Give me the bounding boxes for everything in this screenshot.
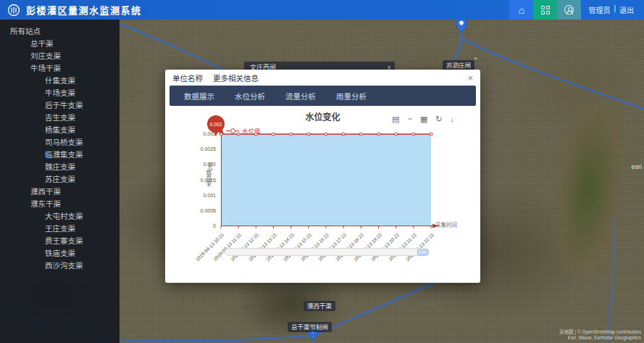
sidebar-item[interactable]: 后于牛支渠: [0, 99, 120, 112]
sidebar-item[interactable]: 苏庄支渠: [0, 173, 120, 186]
sidebar-item[interactable]: 总干渠: [0, 38, 120, 50]
sidebar-item[interactable]: 刘庄支渠: [0, 50, 120, 62]
modal-header: 单位名称 更多相关信息 ×: [165, 70, 480, 86]
sidebar-item[interactable]: 魏庄支渠: [0, 161, 120, 173]
legend-marker-icon: [226, 128, 239, 133]
sidebar-item[interactable]: 杨集支渠: [0, 124, 120, 136]
sidebar-item[interactable]: 铁庙支渠: [0, 247, 120, 260]
station-detail-modal: 单位名称 更多相关信息 × 数据展示水位分析流量分析雨量分析 水位变化 ▤~▦↻…: [165, 70, 480, 283]
grid-icon: [541, 6, 550, 15]
app-logo-icon: [7, 4, 20, 17]
y-axis-name: 水位值(m): [206, 162, 214, 187]
water-level-chart: [221, 134, 431, 226]
map-pin[interactable]: [456, 20, 467, 33]
user-button[interactable]: [557, 0, 581, 20]
modal-tabbar: 数据展示水位分析流量分析雨量分析: [170, 86, 476, 106]
app-header: 彭楼灌区量测水监测系统 ⌂ 管理员 | 退出: [0, 0, 644, 20]
sidebar-item[interactable]: 西沙沟支渠: [0, 260, 120, 272]
tab-1[interactable]: 水位分析: [235, 91, 265, 102]
user-menu: 管理员 | 退出: [588, 4, 634, 15]
sidebar-item[interactable]: 大屯村支渠: [0, 210, 120, 223]
esri-logo: esri: [631, 163, 642, 170]
x-axis-name: 采集时间: [435, 220, 457, 228]
bar-chart-icon[interactable]: ▦: [420, 115, 427, 124]
restore-icon[interactable]: ↻: [435, 115, 442, 124]
station-name-link[interactable]: 单位名称: [172, 73, 203, 83]
river-area: [548, 100, 630, 281]
sidebar-item[interactable]: 濮西干渠: [0, 186, 120, 198]
y-tick-label: 0.001: [203, 193, 216, 198]
y-tick-label: 0.0005: [201, 208, 216, 213]
header-actions: ⌂ 管理员 | 退出: [509, 0, 644, 20]
separator: |: [614, 4, 616, 15]
map-popup-title: 苏泗庄闸: [446, 62, 471, 69]
tab-3[interactable]: 雨量分析: [336, 91, 367, 102]
slider-handle[interactable]: [417, 249, 428, 255]
sidebar-item[interactable]: 牛场支渠: [0, 87, 120, 99]
apps-button[interactable]: [533, 0, 557, 20]
save-image-icon[interactable]: ↓: [451, 115, 455, 124]
tab-0[interactable]: 数据展示: [184, 91, 214, 102]
chart-toolbox: ▤~▦↻↓: [392, 115, 454, 124]
sidebar-item[interactable]: 临濮集支渠: [0, 149, 120, 161]
logout-link[interactable]: 退出: [619, 4, 634, 15]
home-button[interactable]: ⌂: [509, 0, 533, 20]
map-label-canal[interactable]: 濮西干渠: [304, 301, 335, 311]
close-icon[interactable]: ×: [467, 73, 473, 83]
more-info-link[interactable]: 更多相关信息: [213, 73, 259, 83]
line-chart-icon[interactable]: ~: [407, 115, 411, 124]
app-root: 彭楼灌区量测水监测系统 ⌂ 管理员 | 退出: [0, 0, 644, 343]
sidebar-item[interactable]: 什集支渠: [0, 75, 120, 87]
sidebar-item[interactable]: 司马桥支渠: [0, 136, 120, 149]
attribution-line: Esri, Maxar, Earthstar Geographics: [559, 335, 641, 341]
data-zoom-slider[interactable]: [225, 248, 430, 256]
map-label-gate[interactable]: 总干渠节制闸: [288, 322, 332, 332]
attribution-line: 天地图 | © OpenStreetMap contributors: [559, 329, 641, 335]
user-icon: [564, 5, 574, 15]
y-tick-label: 0.0025: [201, 146, 216, 152]
chart-area: 水位变化 ▤~▦↻↓ 水位值 0.003 00.00050.0010.00150…: [165, 106, 480, 283]
sidebar-item[interactable]: 王庄支渠: [0, 223, 120, 235]
tab-2[interactable]: 流量分析: [285, 91, 316, 102]
data-view-icon[interactable]: ▤: [392, 115, 399, 124]
close-icon[interactable]: ×: [474, 53, 477, 64]
sidebar-item[interactable]: 牛场干渠: [0, 62, 120, 75]
map-attribution: 天地图 | © OpenStreetMap contributors Esri,…: [559, 329, 641, 341]
sidebar-item[interactable]: 吉生支渠: [0, 112, 120, 124]
sidebar-item[interactable]: 所有站点: [0, 25, 120, 38]
page-title: 彭楼灌区量测水监测系统: [26, 3, 142, 17]
sidebar-menu: 所有站点总干渠刘庄支渠牛场干渠什集支渠牛场支渠后于牛支渠吉生支渠杨集支渠司马桥支…: [0, 25, 120, 272]
sidebar-item[interactable]: 濮东干渠: [0, 198, 120, 210]
y-tick-label: 0: [213, 223, 216, 228]
max-point-marker: 0.003: [207, 115, 225, 133]
sidebar-item[interactable]: 费王寨支渠: [0, 235, 120, 247]
user-name[interactable]: 管理员: [588, 4, 610, 15]
home-icon: ⌂: [519, 4, 524, 16]
sidebar: 所有站点总干渠刘庄支渠牛场干渠什集支渠牛场支渠后于牛支渠吉生支渠杨集支渠司马桥支…: [0, 20, 120, 343]
